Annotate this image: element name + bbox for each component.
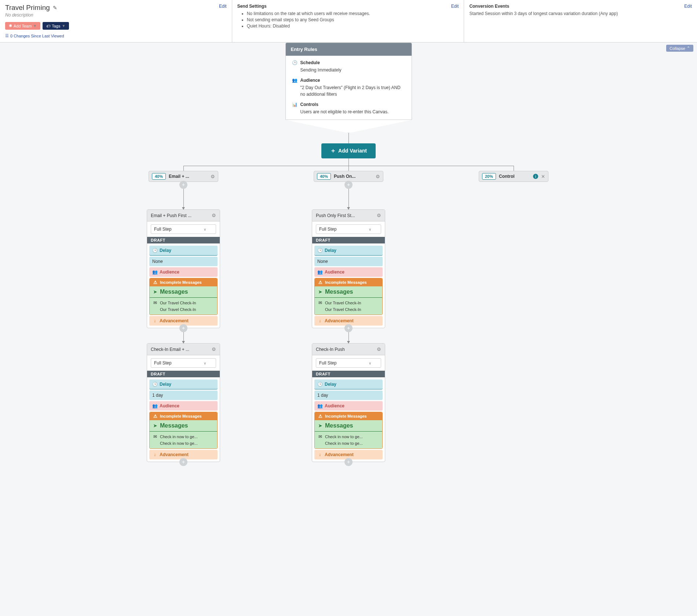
delay-value: None (314, 257, 383, 266)
send-icon: ➤ (153, 423, 158, 428)
arrow-down-icon: ↓ (152, 452, 157, 457)
arrow-down-icon: ↓ (317, 452, 322, 457)
alert-icon: ⚠ (153, 280, 158, 285)
step-card: Push Only First St... ⚙ Full Step ∨ DRAF… (312, 209, 385, 328)
chevron-down-icon: ▼ (33, 24, 37, 28)
collapse-icon: ⌃ (687, 46, 690, 51)
people-icon: 👥 (292, 78, 298, 83)
entry-pointer (285, 120, 412, 133)
gear-icon[interactable]: ⚙ (377, 213, 381, 218)
alert-icon: ⚠ (318, 414, 323, 419)
clock-icon: 🕒 (152, 248, 157, 253)
add-variant-button[interactable]: ＋Add Variant (321, 143, 376, 158)
variant-pill-control[interactable]: 20% Control i ✕ (479, 171, 548, 182)
audience-value: "2 Day Out Travelers" (Flight in 2 Days … (292, 84, 405, 98)
send-settings-panel: Send Settings Edit No limitations on the… (232, 0, 464, 42)
variant-pill-push-only[interactable]: 40% Push On... ⚙ (314, 171, 383, 182)
step-type-select[interactable]: Full Step ∨ (151, 224, 216, 234)
add-step-button[interactable]: ＋ (344, 458, 353, 466)
add-step-button[interactable]: ＋ (344, 324, 353, 332)
conversion-heading: Conversion Events (469, 4, 692, 9)
variant-name: Control (499, 174, 530, 179)
gear-icon[interactable]: ⚙ (212, 213, 216, 218)
percent-chip: 40% (152, 173, 166, 180)
add-step-button[interactable]: ＋ (179, 458, 187, 466)
pencil-icon[interactable]: ✎ (53, 5, 57, 11)
step-card: Check-In Push ⚙ Full Step ∨ DRAFT 🕒Delay… (312, 343, 385, 462)
connector-line (183, 166, 184, 171)
arrow-down-icon: ↓ (317, 318, 322, 323)
changes-link[interactable]: ☰ 0 Changes Since Last Viewed (5, 33, 64, 38)
gear-icon[interactable]: ⚙ (211, 174, 215, 179)
apple-icon (153, 441, 158, 446)
collapse-button[interactable]: Collapse ⌃ (666, 45, 693, 52)
gear-icon[interactable]: ⚙ (376, 174, 380, 179)
conversion-body: Started Session within 3 days of longest… (469, 11, 692, 16)
step-type-select[interactable]: Full Step ∨ (151, 358, 216, 368)
connector-line (348, 133, 349, 143)
connector-line (514, 166, 514, 171)
send-setting-item: Quiet Hours: Disabled (247, 23, 459, 29)
alert-icon: ⚠ (318, 280, 323, 285)
mail-icon: ✉ (318, 434, 323, 439)
send-setting-item: Not sending email steps to any Seed Grou… (247, 17, 459, 22)
people-icon: 👥 (317, 403, 322, 408)
variant-pill-email-push[interactable]: 40% Email + ... ⚙ (149, 171, 218, 182)
add-team-button[interactable]: ✺ Add Team ▼ (5, 22, 40, 30)
gauge-icon: 📊 (292, 102, 298, 107)
close-icon[interactable]: ✕ (541, 174, 545, 179)
send-icon: ➤ (153, 289, 158, 294)
send-setting-item: No limitations on the rate at which user… (247, 11, 459, 16)
entry-rules-heading: Entry Rules (286, 43, 412, 56)
delay-value: 1 day (149, 390, 218, 400)
connector-arrow (348, 332, 349, 343)
add-step-button[interactable]: ＋ (179, 181, 187, 189)
percent-chip: 40% (317, 173, 331, 180)
step-type-select[interactable]: Full Step ∨ (316, 358, 381, 368)
info-icon[interactable]: i (533, 174, 538, 179)
step-title: Check-In Email + ... (151, 347, 189, 352)
draft-badge: DRAFT (312, 371, 385, 377)
mail-icon: ✉ (318, 300, 323, 305)
tags-button[interactable]: 🏷 Tags ▼ (43, 22, 69, 30)
step-type-select[interactable]: Full Step ∨ (316, 224, 381, 234)
variant-name: Email + ... (169, 174, 208, 179)
sun-icon: ✺ (9, 23, 12, 28)
delay-value: None (149, 257, 218, 266)
chevron-down-icon: ∨ (204, 227, 206, 231)
send-icon: ➤ (318, 289, 323, 294)
variant-name: Push On... (334, 174, 373, 179)
edit-link-send[interactable]: Edit (451, 4, 459, 9)
step-title: Check-In Push (316, 347, 345, 352)
header-title-panel: Travel Priming ✎ No description Edit ✺ A… (0, 0, 232, 42)
connector-arrow (183, 189, 184, 209)
clock-icon: 🕒 (292, 60, 298, 65)
step-card: Check-In Email + ... ⚙ Full Step ∨ DRAFT… (147, 343, 220, 462)
people-icon: 👥 (152, 403, 157, 408)
connector-arrow (183, 332, 184, 343)
percent-chip: 20% (482, 173, 496, 180)
entry-rules-card: Entry Rules 🕒Schedule Sending Immediatel… (285, 43, 412, 120)
chevron-down-icon: ∨ (369, 227, 371, 231)
conversion-panel: Conversion Events Edit Started Session w… (464, 0, 697, 42)
gear-icon[interactable]: ⚙ (377, 346, 381, 352)
people-icon: 👥 (152, 270, 157, 275)
apple-icon (318, 307, 323, 312)
send-settings-heading: Send Settings (237, 4, 459, 9)
gear-icon[interactable]: ⚙ (212, 346, 216, 352)
add-step-button[interactable]: ＋ (344, 181, 353, 189)
delay-value: 1 day (314, 390, 383, 400)
list-icon: ☰ (5, 33, 9, 38)
connector-line (348, 158, 349, 166)
draft-badge: DRAFT (147, 371, 220, 377)
send-icon: ➤ (318, 423, 323, 428)
connector-arrow (348, 189, 349, 209)
edit-link-title[interactable]: Edit (219, 4, 227, 9)
canvas-title: Travel Priming (5, 4, 50, 12)
add-step-button[interactable]: ＋ (179, 324, 187, 332)
alert-icon: ⚠ (153, 414, 158, 419)
step-title: Email + Push First ... (151, 213, 191, 218)
schedule-value: Sending Immediately (292, 67, 405, 73)
apple-icon (318, 441, 323, 446)
edit-link-conversion[interactable]: Edit (684, 4, 692, 9)
